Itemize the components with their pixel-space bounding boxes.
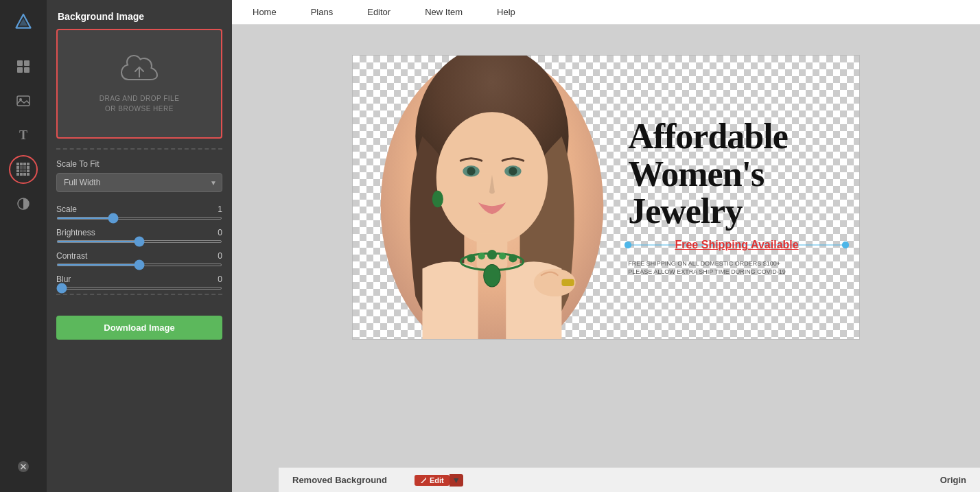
top-nav: Home Plans Editor New Item Help	[232, 0, 980, 25]
image-icon-btn[interactable]	[9, 86, 38, 115]
svg-rect-9	[27, 163, 30, 165]
svg-rect-2	[17, 67, 23, 73]
pencil-icon	[420, 477, 427, 484]
headline-line1: Affordable	[628, 117, 788, 156]
svg-rect-14	[16, 169, 19, 172]
scale-to-fit-section: Scale To Fit Full Width Full Height Fit …	[47, 159, 232, 200]
download-image-button[interactable]: Download Image	[56, 316, 222, 340]
blur-slider[interactable]	[56, 287, 222, 290]
text-icon: T	[19, 128, 27, 143]
upload-zone[interactable]: DRAG AND DROP FILE OR BROWSE HERE	[56, 29, 222, 139]
woman-silhouette	[353, 56, 631, 339]
svg-rect-43	[561, 279, 574, 286]
text-icon-btn[interactable]: T	[9, 121, 38, 150]
handle-right	[842, 242, 849, 248]
headline-line2: Women's	[628, 154, 764, 194]
svg-point-41	[432, 191, 443, 207]
scale-to-fit-label: Scale To Fit	[56, 159, 222, 169]
svg-rect-21	[27, 173, 30, 176]
subtext: FREE SHIPPING ON ALL DOMESTIC ORDERS $10…	[628, 259, 786, 277]
nav-plans[interactable]: Plans	[311, 7, 334, 17]
close-icon-btn[interactable]	[9, 452, 38, 481]
svg-rect-19	[20, 173, 23, 176]
contrast-control: Contrast 0	[47, 247, 232, 270]
removed-bg-label: Removed Background	[292, 475, 387, 485]
origin-label: Origin	[940, 475, 966, 485]
svg-rect-3	[24, 67, 30, 73]
scale-to-fit-wrapper: Full Width Full Height Fit Stretch ▼	[56, 173, 222, 192]
nav-help[interactable]: Help	[497, 7, 515, 17]
shipping-bar[interactable]: Free Shipping Available	[628, 239, 845, 251]
divider-1	[56, 148, 222, 150]
app-logo[interactable]	[9, 8, 38, 37]
brightness-slider[interactable]	[56, 240, 222, 243]
shipping-text: Free Shipping Available	[628, 239, 845, 251]
blur-control: Blur 0	[47, 270, 232, 294]
brightness-control: Brightness 0	[47, 224, 232, 247]
nav-editor[interactable]: Editor	[367, 7, 390, 17]
bottom-bar: Removed Background Edit ▼ Origin	[279, 467, 980, 492]
svg-rect-12	[23, 166, 26, 169]
pattern-icon-btn[interactable]	[9, 155, 38, 184]
svg-point-37	[487, 250, 497, 259]
edit-button[interactable]: Edit	[415, 475, 450, 486]
divider-2	[56, 294, 222, 295]
svg-rect-6	[16, 163, 19, 165]
left-panel: Background Image DRAG AND DROP FILE OR B…	[47, 0, 232, 492]
upload-cloud-icon	[119, 54, 160, 86]
svg-rect-10	[16, 166, 19, 169]
svg-point-38	[499, 253, 506, 259]
contrast-slider[interactable]	[56, 263, 222, 266]
svg-rect-1	[24, 60, 30, 66]
svg-rect-0	[17, 60, 23, 66]
svg-rect-15	[20, 169, 23, 172]
svg-point-39	[509, 254, 517, 262]
canvas-preview: Affordable Women's Jewelry Free Shipping…	[352, 55, 860, 340]
svg-rect-4	[17, 96, 30, 106]
text-content-area: Affordable Women's Jewelry Free Shipping…	[621, 56, 859, 339]
svg-rect-8	[23, 163, 26, 165]
nav-new-item[interactable]: New Item	[425, 7, 463, 17]
svg-rect-16	[23, 169, 26, 172]
nav-home[interactable]: Home	[253, 7, 277, 17]
headline-line3: Jewelry	[628, 191, 742, 231]
subtext-line2: PLEASE ALLOW EXTRA SHIP TIME DURING COVI…	[628, 268, 786, 275]
panel-title: Background Image	[47, 0, 232, 29]
svg-point-36	[478, 253, 485, 259]
scale-slider[interactable]	[56, 217, 222, 220]
svg-rect-18	[16, 173, 19, 176]
svg-point-35	[467, 254, 475, 262]
svg-point-31	[467, 167, 475, 175]
edit-dropdown-arrow[interactable]: ▼	[450, 474, 463, 487]
main-area: Home Plans Editor New Item Help	[232, 0, 980, 492]
contrast-icon-btn[interactable]	[9, 189, 38, 218]
scale-to-fit-select[interactable]: Full Width Full Height Fit Stretch	[56, 173, 222, 192]
woman-image-area	[353, 56, 631, 339]
svg-rect-20	[23, 173, 26, 176]
headline-text: Affordable Women's Jewelry	[628, 118, 788, 231]
grid-icon-btn[interactable]	[9, 52, 38, 81]
edit-button-group: Edit ▼	[415, 474, 463, 487]
svg-rect-11	[20, 166, 23, 169]
icon-bar: T	[0, 0, 47, 492]
scale-control: Scale 1	[47, 200, 232, 224]
svg-rect-17	[27, 169, 30, 172]
svg-rect-13	[27, 166, 30, 169]
upload-zone-text: DRAG AND DROP FILE OR BROWSE HERE	[100, 93, 180, 114]
subtext-line1: FREE SHIPPING ON ALL DOMESTIC ORDERS $10…	[628, 260, 780, 267]
handle-left	[625, 242, 631, 248]
edit-label: Edit	[430, 476, 444, 484]
svg-point-40	[484, 264, 500, 286]
svg-rect-7	[20, 163, 23, 165]
svg-point-32	[509, 167, 517, 175]
